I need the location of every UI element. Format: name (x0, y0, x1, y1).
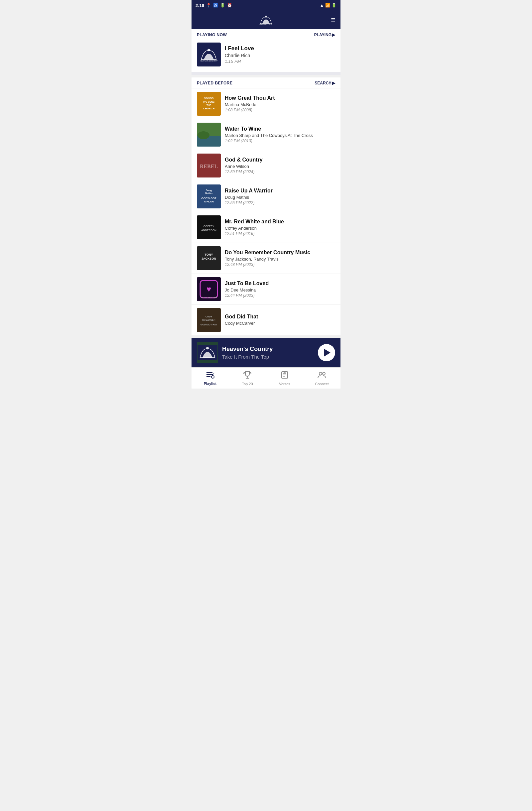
track-album-art: CODYMcCARVERGOD DID THAT (197, 308, 221, 332)
search-action-link[interactable]: SEARCH ▶ (315, 81, 335, 86)
svg-rect-6 (197, 92, 221, 116)
track-info: How Great Thou Art Martina McBride 1:08 … (225, 95, 335, 112)
svg-point-1 (265, 16, 267, 18)
track-artist: Marlon Sharp and The Cowboys At The Cros… (225, 133, 335, 138)
track-artist: Anne Wilson (225, 164, 335, 169)
track-item[interactable]: DougMathisGOD'S GOTA PLAN Raise Up A War… (192, 181, 340, 212)
svg-text:♥: ♥ (207, 285, 211, 293)
track-info: Mr. Red White and Blue Coffey Anderson 1… (225, 219, 335, 236)
svg-text:SONGS: SONGS (204, 97, 214, 100)
track-info: God & Country Anne Wilson 12:59 PM (2024… (225, 157, 335, 174)
nav-label-verses: Verses (279, 382, 290, 386)
now-playing-item[interactable]: HEAVEN'S COUNTRY I Feel Love Charlie Ric… (192, 40, 340, 72)
track-album-art: COFFEYANDERSON (197, 215, 221, 239)
status-bar: 2:16 📍 ♿ 🔋 ⏰ ▲ 📶 🔋 (192, 0, 340, 11)
track-item[interactable]: TONYJACKSON Do You Remember Country Musi… (192, 243, 340, 274)
svg-text:McCARVER: McCARVER (202, 319, 215, 321)
svg-text:TONY: TONY (205, 253, 213, 256)
playing-now-section: PLAYING NOW PLAYING ▶ HEAVEN'S COUNTRY I… (192, 29, 340, 72)
track-item[interactable]: ♥JO DEE MESSINA Just To Be Loved Jo Dee … (192, 274, 340, 305)
track-time: 1:08 PM (2008) (225, 108, 335, 112)
svg-text:THE: THE (207, 104, 211, 106)
track-album-art: REBEL (197, 154, 221, 178)
nav-item-connect[interactable]: Connect (303, 370, 340, 387)
track-item[interactable]: COFFEYANDERSON Mr. Red White and Blue Co… (192, 212, 340, 243)
section-divider (192, 72, 340, 75)
status-right: ▲ 📶 🔋 (320, 3, 336, 7)
svg-text:HEAVEN'S COUNTRY: HEAVEN'S COUNTRY (200, 60, 218, 62)
svg-text:Mathis: Mathis (205, 192, 212, 195)
nav-item-verses[interactable]: Verses (266, 370, 303, 387)
svg-text:CODY: CODY (206, 316, 212, 318)
track-time: 12:44 PM (2023) (225, 293, 335, 298)
playing-action-link[interactable]: PLAYING ▶ (314, 33, 335, 37)
play-button[interactable] (318, 344, 335, 361)
svg-text:I'VE SUNG: I'VE SUNG (203, 101, 215, 103)
now-playing-album-art: HEAVEN'S COUNTRY (197, 43, 221, 66)
track-artist: Cody McCarver (225, 321, 335, 326)
svg-text:COFFEY: COFFEY (203, 225, 214, 228)
svg-point-37 (206, 347, 209, 350)
track-time: 12:55 PM (2022) (225, 200, 335, 205)
track-artist: Martina McBride (225, 102, 335, 107)
top-nav: HEAVEN'S COUNTRY ≡ (192, 11, 340, 29)
svg-point-48 (319, 372, 322, 375)
svg-rect-17 (197, 184, 221, 209)
now-playing-time: 1:15 PM (225, 59, 335, 64)
playlist-icon (206, 371, 214, 381)
track-title: Do You Remember Country Music (225, 250, 335, 256)
battery-status-icon: 🔋 (220, 3, 225, 7)
track-title: Raise Up A Warrior (225, 188, 335, 194)
svg-point-13 (198, 131, 210, 139)
track-time: 12:48 PM (2023) (225, 262, 335, 267)
track-album-art (197, 123, 221, 147)
verses-icon (280, 371, 289, 381)
now-playing-song-title: I Feel Love (225, 45, 335, 52)
played-before-title: PLAYED BEFORE (197, 81, 232, 86)
track-title: How Great Thou Art (225, 95, 335, 101)
track-album-art: SONGSI'VE SUNGTHECHURCH (197, 92, 221, 116)
track-artist: Coffey Anderson (225, 226, 335, 231)
svg-point-49 (322, 372, 325, 375)
nav-item-top20[interactable]: Top 20 (229, 370, 266, 387)
track-title: Water To Wine (225, 126, 335, 132)
chevron-right-icon: ▶ (332, 33, 335, 37)
trophy-icon (243, 371, 252, 381)
track-list: SONGSI'VE SUNGTHECHURCH How Great Thou A… (192, 88, 340, 335)
track-time: 1:02 PM (2010) (225, 139, 335, 143)
hamburger-menu-button[interactable]: ≡ (331, 16, 335, 24)
location-icon: 📍 (206, 3, 211, 7)
clock-icon: ⏰ (227, 3, 232, 7)
played-before-header: PLAYED BEFORE SEARCH ▶ (192, 77, 340, 88)
track-album-art: ♥JO DEE MESSINA (197, 277, 221, 301)
search-chevron-icon: ▶ (332, 81, 335, 86)
bar-album-art (197, 342, 218, 363)
track-title: God Did That (225, 314, 335, 320)
bar-station-subtitle: Take It From The Top (222, 354, 314, 359)
nav-label-connect: Connect (315, 382, 329, 386)
svg-text:ANDERSON: ANDERSON (201, 229, 216, 232)
status-time: 2:16 (196, 3, 204, 8)
track-item[interactable]: REBEL God & Country Anne Wilson 12:59 PM… (192, 150, 340, 181)
nav-item-playlist[interactable]: Playlist (192, 370, 229, 387)
bar-station-info: Heaven's Country Take It From The Top (222, 346, 314, 359)
svg-line-43 (213, 373, 214, 374)
svg-text:JACKSON: JACKSON (201, 257, 216, 260)
now-playing-bar[interactable]: Heaven's Country Take It From The Top (192, 338, 340, 367)
svg-text:HEAVEN'S COUNTRY: HEAVEN'S COUNTRY (260, 24, 273, 25)
track-item[interactable]: CODYMcCARVERGOD DID THAT God Did That Co… (192, 305, 340, 335)
track-title: God & Country (225, 157, 335, 163)
svg-point-41 (211, 376, 214, 378)
track-album-art: DougMathisGOD'S GOTA PLAN (197, 184, 221, 209)
track-info: Raise Up A Warrior Doug Mathis 12:55 PM … (225, 188, 335, 205)
track-item[interactable]: SONGSI'VE SUNGTHECHURCH How Great Thou A… (192, 88, 340, 119)
svg-text:Doug: Doug (206, 189, 212, 192)
wifi-icon: ▲ (320, 3, 324, 7)
nav-label-playlist: Playlist (204, 382, 217, 385)
svg-text:JO DEE MESSINA: JO DEE MESSINA (200, 296, 217, 299)
track-info: Do You Remember Country Music Tony Jacks… (225, 250, 335, 267)
signal-icon: 📶 (325, 3, 330, 7)
nav-label-top20: Top 20 (242, 382, 253, 386)
playing-now-header: PLAYING NOW PLAYING ▶ (192, 29, 340, 40)
track-item[interactable]: Water To Wine Marlon Sharp and The Cowbo… (192, 119, 340, 150)
